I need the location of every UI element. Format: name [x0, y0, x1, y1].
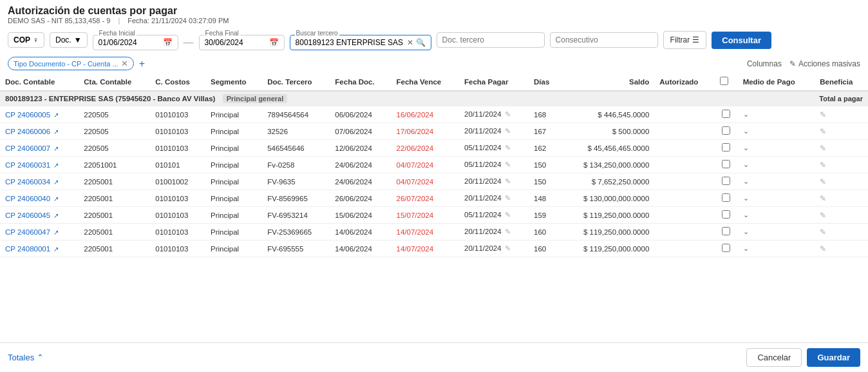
cell-checkbox[interactable]: [715, 140, 738, 157]
row-checkbox[interactable]: [722, 143, 730, 152]
calendar-icon[interactable]: 📅: [269, 38, 279, 47]
beneficia-edit-icon[interactable]: ✎: [820, 161, 826, 169]
external-link-icon[interactable]: ↗: [53, 195, 59, 202]
cell-beneficia[interactable]: ✎: [815, 224, 868, 240]
cell-beneficia[interactable]: ✎: [815, 157, 868, 173]
fecha-inicial-input[interactable]: [99, 38, 163, 47]
external-link-icon[interactable]: ↗: [53, 229, 59, 236]
select-all-checkbox[interactable]: [720, 77, 728, 85]
doc-contable-link[interactable]: CP 24060005: [5, 111, 50, 119]
beneficia-edit-icon[interactable]: ✎: [820, 144, 826, 152]
consultar-button[interactable]: Consultar: [712, 32, 771, 49]
cell-checkbox[interactable]: [715, 123, 738, 140]
medio-pago-dropdown-icon[interactable]: ⌄: [743, 127, 749, 135]
doc-contable-link[interactable]: CP 24060034: [5, 178, 50, 186]
edit-fecha-pagar-icon[interactable]: ✎: [505, 194, 511, 202]
fecha-final-input[interactable]: [205, 38, 269, 47]
cell-beneficia[interactable]: ✎: [815, 173, 868, 190]
medio-pago-dropdown-icon[interactable]: ⌄: [743, 161, 749, 168]
cell-medio-pago[interactable]: ⌄: [738, 190, 815, 207]
row-checkbox[interactable]: [722, 110, 730, 118]
row-checkbox[interactable]: [722, 160, 730, 168]
medio-pago-dropdown-icon[interactable]: ⌄: [743, 211, 749, 219]
row-checkbox[interactable]: [722, 227, 730, 235]
medio-pago-dropdown-icon[interactable]: ⌄: [743, 144, 749, 152]
cell-beneficia[interactable]: ✎: [815, 123, 868, 140]
edit-fecha-pagar-icon[interactable]: ✎: [505, 228, 511, 235]
cell-medio-pago[interactable]: ⌄: [738, 224, 815, 240]
row-checkbox[interactable]: [722, 177, 730, 185]
cell-medio-pago[interactable]: ⌄: [738, 173, 815, 190]
beneficia-edit-icon[interactable]: ✎: [820, 195, 826, 202]
beneficia-edit-icon[interactable]: ✎: [820, 128, 826, 135]
edit-fecha-pagar-icon[interactable]: ✎: [505, 144, 511, 152]
medio-pago-dropdown-icon[interactable]: ⌄: [743, 177, 749, 185]
buscar-tercero-input[interactable]: [296, 38, 407, 47]
medio-pago-dropdown-icon[interactable]: ⌄: [743, 110, 749, 118]
filtrar-button[interactable]: Filtrar ☰: [663, 31, 707, 49]
doc-contable-link[interactable]: CP 24060006: [5, 128, 50, 135]
beneficia-edit-icon[interactable]: ✎: [820, 178, 826, 186]
cell-checkbox[interactable]: [715, 157, 738, 173]
edit-fecha-pagar-icon[interactable]: ✎: [505, 161, 511, 168]
cell-checkbox[interactable]: [715, 224, 738, 240]
row-checkbox[interactable]: [722, 126, 730, 135]
row-checkbox[interactable]: [722, 244, 730, 252]
edit-fecha-pagar-icon[interactable]: ✎: [505, 127, 511, 135]
cell-medio-pago[interactable]: ⌄: [738, 207, 815, 224]
search-icon[interactable]: 🔍: [416, 38, 426, 47]
doc-contable-link[interactable]: CP 24080001: [5, 245, 50, 253]
cell-medio-pago[interactable]: ⌄: [738, 123, 815, 140]
edit-fecha-pagar-icon[interactable]: ✎: [505, 211, 511, 219]
medio-pago-dropdown-icon[interactable]: ⌄: [743, 194, 749, 202]
doc-contable-link[interactable]: CP 24060047: [5, 228, 50, 236]
edit-fecha-pagar-icon[interactable]: ✎: [505, 177, 511, 185]
doc-tercero-input[interactable]: [442, 35, 539, 44]
beneficia-edit-icon[interactable]: ✎: [820, 228, 826, 236]
external-link-icon[interactable]: ↗: [53, 212, 59, 219]
cell-beneficia[interactable]: ✎: [815, 106, 868, 123]
edit-fecha-pagar-icon[interactable]: ✎: [505, 244, 511, 252]
beneficia-edit-icon[interactable]: ✎: [820, 111, 826, 119]
beneficia-edit-icon[interactable]: ✎: [820, 211, 826, 219]
cell-beneficia[interactable]: ✎: [815, 190, 868, 207]
medio-pago-dropdown-icon[interactable]: ⌄: [743, 244, 749, 252]
consecutivo-input[interactable]: [556, 35, 652, 44]
acciones-masivas-button[interactable]: ✎ Acciones masivas: [789, 59, 860, 68]
cell-medio-pago[interactable]: ⌄: [738, 106, 815, 123]
external-link-icon[interactable]: ↗: [53, 145, 59, 152]
doc-contable-link[interactable]: CP 24060040: [5, 195, 50, 202]
row-checkbox[interactable]: [722, 210, 730, 219]
remove-filter-icon[interactable]: ✕: [121, 59, 128, 68]
cell-checkbox[interactable]: [715, 207, 738, 224]
cell-medio-pago[interactable]: ⌄: [738, 157, 815, 173]
cell-checkbox[interactable]: [715, 190, 738, 207]
cell-beneficia[interactable]: ✎: [815, 240, 868, 257]
external-link-icon[interactable]: ↗: [53, 128, 59, 135]
external-link-icon[interactable]: ↗: [53, 179, 59, 186]
table-container[interactable]: Doc. Contable Cta. Contable C. Costos Se…: [0, 73, 868, 257]
cell-checkbox[interactable]: [715, 240, 738, 257]
doc-contable-link[interactable]: CP 24060031: [5, 161, 50, 169]
external-link-icon[interactable]: ↗: [53, 112, 59, 119]
cell-checkbox[interactable]: [715, 173, 738, 190]
calendar-icon[interactable]: 📅: [163, 38, 173, 47]
doc-button[interactable]: Doc. ▼: [50, 32, 88, 48]
cell-beneficia[interactable]: ✎: [815, 140, 868, 157]
cell-beneficia[interactable]: ✎: [815, 207, 868, 224]
external-link-icon[interactable]: ↗: [53, 162, 59, 169]
columns-button[interactable]: Columnas: [747, 59, 782, 68]
col-checkbox-all[interactable]: [715, 73, 738, 91]
doc-contable-link[interactable]: CP 24060007: [5, 144, 50, 152]
edit-fecha-pagar-icon[interactable]: ✎: [505, 110, 511, 118]
medio-pago-dropdown-icon[interactable]: ⌄: [743, 228, 749, 235]
cell-medio-pago[interactable]: ⌄: [738, 240, 815, 257]
currency-button[interactable]: COP ♀: [8, 32, 44, 48]
cell-medio-pago[interactable]: ⌄: [738, 140, 815, 157]
add-filter-button[interactable]: +: [139, 58, 145, 70]
doc-contable-link[interactable]: CP 24060045: [5, 211, 50, 219]
beneficia-edit-icon[interactable]: ✎: [820, 245, 826, 253]
row-checkbox[interactable]: [722, 193, 730, 202]
clear-icon[interactable]: ✕: [407, 38, 413, 47]
cell-checkbox[interactable]: [715, 106, 738, 123]
